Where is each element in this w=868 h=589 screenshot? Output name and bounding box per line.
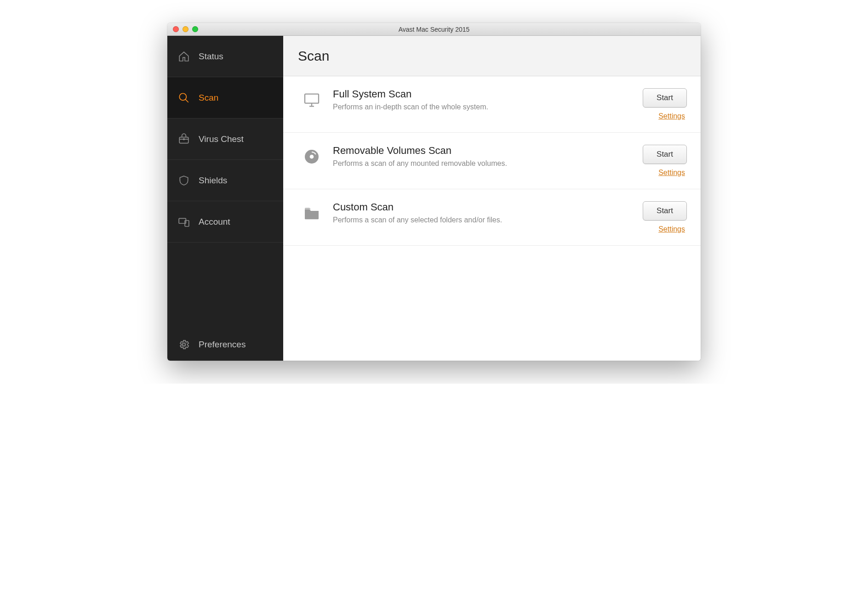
start-button[interactable]: Start	[643, 88, 687, 108]
sidebar-item-preferences[interactable]: Preferences	[167, 328, 283, 361]
scan-title: Custom Scan	[333, 201, 632, 213]
minimize-icon[interactable]	[183, 26, 188, 32]
settings-link[interactable]: Settings	[658, 169, 687, 177]
scan-text: Custom Scan Performs a scan of any selec…	[333, 201, 632, 224]
svg-point-11	[310, 155, 314, 159]
settings-link[interactable]: Settings	[658, 225, 687, 233]
sidebar-spacer	[167, 243, 283, 328]
window-body: Status Scan Virus Chest Shields	[167, 36, 701, 361]
chest-icon	[177, 133, 190, 146]
scan-row-removable: Removable Volumes Scan Performs a scan o…	[283, 133, 701, 189]
monitor-icon	[302, 90, 322, 110]
scan-title: Full System Scan	[333, 88, 632, 100]
scan-actions: Start Settings	[643, 145, 687, 177]
sidebar-item-label: Account	[199, 217, 230, 227]
sidebar: Status Scan Virus Chest Shields	[167, 36, 283, 361]
sidebar-item-status[interactable]: Status	[167, 36, 283, 77]
sidebar-item-label: Scan	[199, 93, 218, 103]
home-icon	[177, 50, 190, 63]
devices-icon	[177, 215, 190, 228]
window-controls	[167, 26, 198, 32]
scan-row-custom: Custom Scan Performs a scan of any selec…	[283, 189, 701, 246]
scan-text: Full System Scan Performs an in-depth sc…	[333, 88, 632, 111]
sidebar-item-label: Shields	[199, 176, 227, 186]
page-title: Scan	[298, 48, 329, 64]
svg-point-3	[183, 138, 185, 140]
folder-icon	[302, 203, 322, 223]
scan-actions: Start Settings	[643, 201, 687, 233]
scan-actions: Start Settings	[643, 88, 687, 120]
scan-text: Removable Volumes Scan Performs a scan o…	[333, 145, 632, 168]
scan-title: Removable Volumes Scan	[333, 145, 632, 157]
sidebar-item-scan[interactable]: Scan	[167, 77, 283, 119]
start-button[interactable]: Start	[643, 201, 687, 221]
scan-desc: Performs a scan of any selected folders …	[333, 216, 632, 224]
zoom-icon[interactable]	[192, 26, 198, 32]
titlebar: Avast Mac Security 2015	[167, 23, 701, 36]
sidebar-item-virus-chest[interactable]: Virus Chest	[167, 119, 283, 160]
sidebar-item-shields[interactable]: Shields	[167, 160, 283, 201]
settings-link[interactable]: Settings	[658, 112, 687, 120]
svg-line-1	[185, 99, 188, 102]
scan-desc: Performs a scan of any mounted removable…	[333, 159, 632, 168]
main-panel: Scan Full System Scan Performs an in-dep…	[283, 36, 701, 361]
search-icon	[177, 91, 190, 104]
scan-desc: Performs an in-depth scan of the whole s…	[333, 103, 632, 111]
sidebar-item-account[interactable]: Account	[167, 201, 283, 243]
shield-icon	[177, 174, 190, 187]
svg-point-0	[179, 93, 186, 100]
svg-rect-7	[305, 94, 319, 103]
gear-icon	[177, 338, 190, 351]
start-button[interactable]: Start	[643, 145, 687, 164]
close-icon[interactable]	[173, 26, 179, 32]
app-window: Avast Mac Security 2015 Status Scan Vi	[167, 23, 701, 361]
scan-list: Full System Scan Performs an in-depth sc…	[283, 76, 701, 246]
disc-icon	[302, 147, 322, 167]
sidebar-item-label: Virus Chest	[199, 134, 244, 144]
sidebar-item-label: Preferences	[199, 340, 246, 350]
window-title: Avast Mac Security 2015	[167, 26, 701, 33]
scan-row-full-system: Full System Scan Performs an in-depth sc…	[283, 76, 701, 133]
main-header: Scan	[283, 36, 701, 76]
sidebar-item-label: Status	[199, 51, 223, 62]
